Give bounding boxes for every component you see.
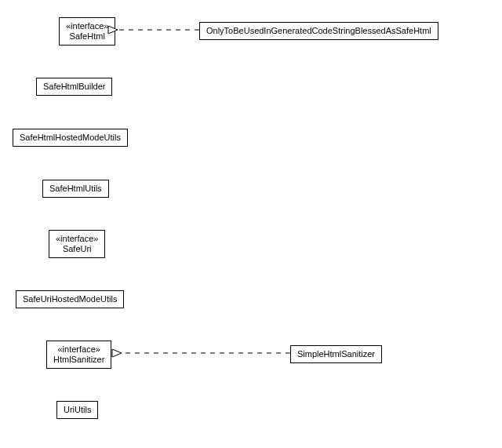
diagram-connectors <box>0 0 502 448</box>
